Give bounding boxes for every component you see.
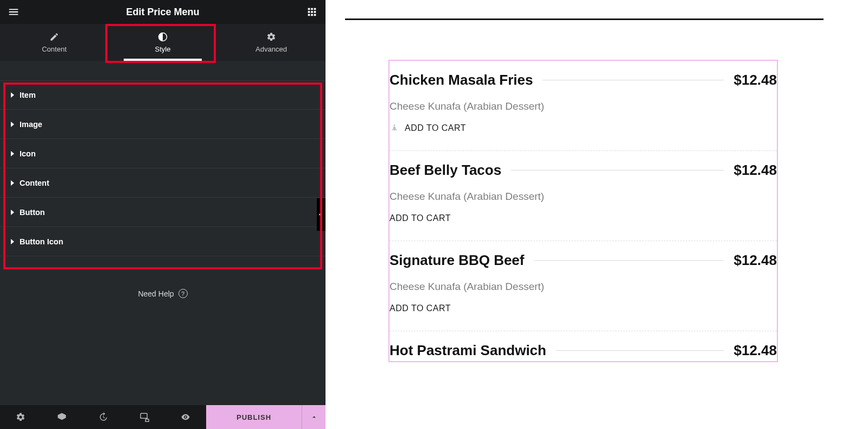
menu-item-desc: Cheese Kunafa (Arabian Dessert)	[390, 281, 777, 293]
menu-item-header: Chicken Masala Fries $12.48	[390, 72, 777, 89]
menu-item-price: $12.48	[733, 72, 777, 89]
half-circle-icon	[158, 32, 168, 42]
footer-icons	[0, 405, 206, 429]
pencil-icon	[49, 32, 59, 42]
add-to-cart-button[interactable]: ADD TO CART	[390, 123, 777, 133]
style-sections: Item Image Icon Content Button Button Ic…	[0, 80, 326, 256]
title-price-separator	[534, 260, 724, 261]
caret-right-icon	[11, 210, 14, 215]
menu-item-title: Hot Pastrami Sandwich	[390, 342, 546, 359]
menu-item-title: Beef Belly Tacos	[390, 162, 501, 179]
responsive-icon[interactable]	[124, 405, 165, 429]
menu-item-title: Signature BBQ Beef	[390, 252, 525, 269]
svg-point-1	[394, 124, 395, 126]
tab-content[interactable]: Content	[0, 24, 108, 61]
section-button[interactable]: Button	[0, 198, 326, 227]
add-to-cart-label: ADD TO CART	[390, 304, 451, 313]
menu-item-desc: Cheese Kunafa (Arabian Dessert)	[390, 100, 777, 112]
tab-label: Style	[155, 45, 171, 53]
preview-top-rule	[345, 18, 824, 20]
hamburger-icon[interactable]	[8, 6, 20, 18]
panel-header: Edit Price Menu	[0, 0, 326, 24]
menu-item-desc: Cheese Kunafa (Arabian Dessert)	[390, 191, 777, 203]
navigator-icon[interactable]	[41, 405, 82, 429]
history-icon[interactable]	[82, 405, 124, 429]
gear-icon	[266, 32, 276, 42]
tab-style[interactable]: Style	[108, 24, 217, 61]
section-content[interactable]: Content	[0, 168, 326, 198]
caret-right-icon	[11, 180, 14, 186]
section-item[interactable]: Item	[0, 80, 326, 110]
meditation-icon	[390, 123, 399, 133]
section-label: Icon	[20, 149, 36, 158]
section-label: Button	[20, 208, 45, 217]
menu-item-price: $12.48	[733, 252, 777, 269]
collapse-panel-handle[interactable]	[317, 198, 326, 231]
apps-grid-icon[interactable]	[306, 6, 318, 18]
need-help-label: Need Help	[138, 289, 174, 298]
preview-icon[interactable]	[165, 405, 206, 429]
editor-panel: Edit Price Menu Content Style Advanced I…	[0, 0, 326, 429]
tab-label: Content	[42, 45, 67, 53]
price-menu-widget[interactable]: Chicken Masala Fries $12.48 Cheese Kunaf…	[388, 60, 778, 362]
preview-canvas: Chicken Masala Fries $12.48 Cheese Kunaf…	[326, 0, 868, 429]
menu-item-header: Hot Pastrami Sandwich $12.48	[390, 342, 777, 359]
caret-right-icon	[11, 151, 14, 156]
panel-tabs: Content Style Advanced	[0, 24, 326, 61]
section-label: Button Icon	[20, 237, 63, 246]
menu-item-price: $12.48	[733, 162, 777, 179]
section-button-icon[interactable]: Button Icon	[0, 227, 326, 256]
publish-options-caret[interactable]	[302, 405, 326, 429]
panel-title: Edit Price Menu	[20, 7, 306, 18]
menu-item: Hot Pastrami Sandwich $12.48	[390, 331, 777, 361]
caret-right-icon	[11, 239, 14, 244]
add-to-cart-label: ADD TO CART	[390, 213, 451, 223]
add-to-cart-button[interactable]: ADD TO CART	[390, 213, 777, 223]
question-circle-icon: ?	[178, 289, 188, 298]
title-price-separator	[556, 350, 724, 351]
panel-footer: PUBLISH	[0, 405, 326, 429]
section-label: Item	[20, 91, 36, 99]
tab-label: Advanced	[256, 45, 287, 53]
menu-item-header: Beef Belly Tacos $12.48	[390, 162, 777, 179]
menu-item-title: Chicken Masala Fries	[390, 72, 533, 89]
add-to-cart-label: ADD TO CART	[405, 123, 466, 133]
menu-item: Chicken Masala Fries $12.48 Cheese Kunaf…	[390, 61, 777, 151]
tab-advanced[interactable]: Advanced	[217, 24, 326, 61]
need-help-link[interactable]: Need Help ?	[0, 289, 326, 298]
settings-icon[interactable]	[0, 405, 41, 429]
menu-item-header: Signature BBQ Beef $12.48	[390, 252, 777, 269]
section-label: Image	[20, 120, 42, 129]
section-icon[interactable]: Icon	[0, 139, 326, 168]
add-to-cart-button[interactable]: ADD TO CART	[390, 304, 777, 313]
menu-item: Signature BBQ Beef $12.48 Cheese Kunafa …	[390, 241, 777, 331]
caret-right-icon	[11, 122, 14, 127]
title-price-separator	[542, 80, 724, 80]
caret-right-icon	[11, 92, 14, 98]
publish-button[interactable]: PUBLISH	[206, 405, 302, 429]
menu-item: Beef Belly Tacos $12.48 Cheese Kunafa (A…	[390, 151, 777, 241]
title-price-separator	[511, 170, 724, 171]
section-label: Content	[20, 179, 49, 187]
publish-block: PUBLISH	[206, 405, 326, 429]
section-image[interactable]: Image	[0, 110, 326, 139]
menu-item-price: $12.48	[733, 342, 777, 359]
